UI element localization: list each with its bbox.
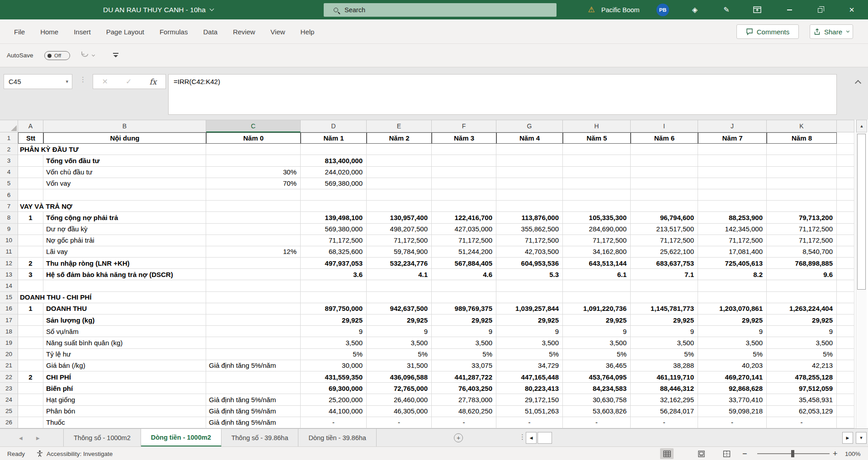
cell-partial-17[interactable] <box>837 314 854 326</box>
cell-K22[interactable]: 478,255,128 <box>767 371 837 383</box>
row-header-6[interactable]: 6 <box>0 189 18 201</box>
column-header-H[interactable]: H <box>563 120 631 132</box>
cell-F11[interactable]: 51,244,200 <box>432 246 496 258</box>
cell-E15[interactable] <box>367 292 432 303</box>
cell-I15[interactable] <box>631 292 698 303</box>
cell-J25[interactable]: 59,098,218 <box>698 406 767 417</box>
cell-G18[interactable]: 9 <box>496 326 563 337</box>
cell-I17[interactable]: 29,925 <box>631 314 698 326</box>
cell-K4[interactable] <box>767 167 837 178</box>
cell-A22[interactable]: 2 <box>18 371 43 383</box>
cell-I11[interactable]: 25,622,100 <box>631 246 698 258</box>
cell-D16[interactable]: 897,750,000 <box>301 303 367 314</box>
cell-J20[interactable]: 5% <box>698 349 767 360</box>
cell-A6[interactable] <box>18 189 43 201</box>
user-name[interactable]: Pacific Boom <box>601 0 640 19</box>
cell-J22[interactable]: 469,270,141 <box>698 371 767 383</box>
column-header-F[interactable]: F <box>432 120 496 132</box>
cell-partial-19[interactable] <box>837 337 854 348</box>
cell-H21[interactable]: 36,465 <box>563 360 631 371</box>
cell-D11[interactable]: 68,325,600 <box>301 246 367 258</box>
scroll-up-icon[interactable]: ▲ <box>856 120 867 132</box>
row-header-8[interactable]: 8 <box>0 212 18 223</box>
cell-E25[interactable]: 46,305,000 <box>367 406 432 417</box>
cell-I10[interactable]: 71,172,500 <box>631 235 698 246</box>
cell-K3[interactable] <box>767 155 837 166</box>
cell-B19[interactable]: Năng suất bình quân (kg) <box>43 337 206 348</box>
cell-E8[interactable]: 130,957,400 <box>367 212 432 223</box>
cell-C8[interactable] <box>206 212 301 223</box>
cell-H1[interactable]: Năm 5 <box>563 132 631 144</box>
cell-J18[interactable]: 9 <box>698 326 767 337</box>
cell-E2[interactable] <box>367 144 432 155</box>
column-header-K[interactable]: K <box>767 120 837 132</box>
row-header-9[interactable]: 9 <box>0 224 18 235</box>
cell-D19[interactable]: 3,500 <box>301 337 367 348</box>
cell-D17[interactable]: 29,925 <box>301 314 367 326</box>
cell-G6[interactable] <box>496 189 563 201</box>
document-title[interactable]: DU AN RAU THUY CANH - 10ha <box>103 0 213 19</box>
cell-J23[interactable]: 92,868,628 <box>698 383 767 394</box>
cell-J19[interactable]: 3,500 <box>698 337 767 348</box>
enter-icon[interactable]: ✓ <box>126 77 132 86</box>
cell-E1[interactable]: Năm 2 <box>367 132 432 144</box>
row-header-18[interactable]: 18 <box>0 326 18 337</box>
cell-A15[interactable]: DOANH THU - CHI PHÍ <box>18 292 206 303</box>
row-header-11[interactable]: 11 <box>0 246 18 258</box>
hscroll-left-icon[interactable]: ◀ <box>526 432 537 444</box>
cell-C11[interactable]: 12% <box>206 246 301 258</box>
cell-J9[interactable]: 142,345,000 <box>698 224 767 235</box>
ribbon-tab-data[interactable]: Data <box>195 28 225 36</box>
cell-J15[interactable] <box>698 292 767 303</box>
cell-I9[interactable]: 213,517,500 <box>631 224 698 235</box>
cell-F24[interactable]: 27,783,000 <box>432 394 496 405</box>
cell-C20[interactable] <box>206 349 301 360</box>
cell-B24[interactable]: Hạt giống <box>43 394 206 405</box>
cell-E22[interactable]: 436,096,588 <box>367 371 432 383</box>
cell-K6[interactable] <box>767 189 837 201</box>
row-header-21[interactable]: 21 <box>0 360 18 371</box>
cell-H26[interactable]: - <box>563 417 631 428</box>
cell-G15[interactable] <box>496 292 563 303</box>
cell-D8[interactable]: 139,498,100 <box>301 212 367 223</box>
cell-partial-13[interactable] <box>837 269 854 280</box>
column-header-partial[interactable] <box>837 120 854 132</box>
row-header-23[interactable]: 23 <box>0 383 18 394</box>
accessibility-status[interactable]: Accessibility: Investigate <box>36 447 113 460</box>
cell-A4[interactable] <box>18 167 43 178</box>
cell-E18[interactable]: 9 <box>367 326 432 337</box>
cell-J6[interactable] <box>698 189 767 201</box>
name-box-dropdown-icon[interactable]: ▾ <box>66 79 68 84</box>
cell-J26[interactable]: - <box>698 417 767 428</box>
customize-quick-access-icon[interactable] <box>113 53 118 57</box>
ribbon-tab-review[interactable]: Review <box>225 28 263 36</box>
row-header-4[interactable]: 4 <box>0 167 18 178</box>
horizontal-scrollbar-thumb[interactable] <box>538 432 552 444</box>
cell-A10[interactable] <box>18 235 43 246</box>
cell-J4[interactable] <box>698 167 767 178</box>
sheet-tab-3[interactable]: Thông số - 39.86ha <box>222 429 299 447</box>
cell-K19[interactable]: 3,500 <box>767 337 837 348</box>
sheet-tab-4[interactable]: Dòng tiền - 39.86ha <box>298 429 376 447</box>
cell-A2[interactable]: PHÂN KỲ ĐẦU TƯ <box>18 144 206 155</box>
cell-B25[interactable]: Phân bón <box>43 406 206 417</box>
cell-D22[interactable]: 431,559,350 <box>301 371 367 383</box>
cell-F15[interactable] <box>432 292 496 303</box>
avatar[interactable]: PB <box>656 0 669 19</box>
cell-B9[interactable]: Dư nợ đầu kỳ <box>43 224 206 235</box>
cell-H9[interactable]: 284,690,000 <box>563 224 631 235</box>
cell-F21[interactable]: 33,075 <box>432 360 496 371</box>
zoom-in-button[interactable]: + <box>833 447 838 460</box>
cell-I2[interactable] <box>631 144 698 155</box>
cell-F1[interactable]: Năm 3 <box>432 132 496 144</box>
ribbon-tab-insert[interactable]: Insert <box>66 28 99 36</box>
cell-A23[interactable] <box>18 383 43 394</box>
cell-B10[interactable]: Nợ gốc phải trải <box>43 235 206 246</box>
cell-D6[interactable] <box>301 189 367 201</box>
cell-G25[interactable]: 51,051,263 <box>496 406 563 417</box>
cell-F9[interactable]: 427,035,000 <box>432 224 496 235</box>
cell-partial-12[interactable] <box>837 258 854 269</box>
comments-button[interactable]: Comments <box>736 24 799 39</box>
row-header-10[interactable]: 10 <box>0 235 18 246</box>
cell-A18[interactable] <box>18 326 43 337</box>
